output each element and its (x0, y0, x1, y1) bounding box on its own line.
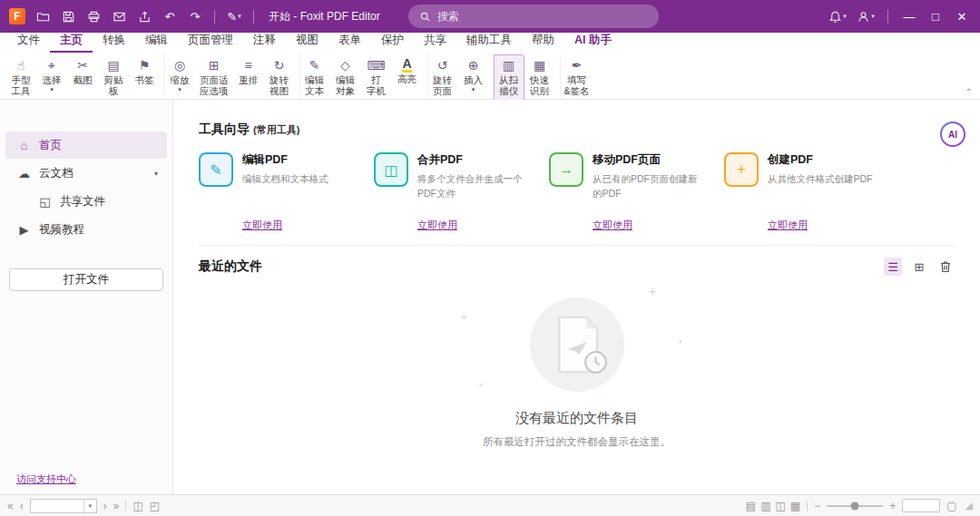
menu-tab[interactable]: 转换 (93, 31, 135, 53)
open-folder-icon[interactable] (33, 6, 53, 26)
ribbon-tool[interactable]: ☝ 手型 工具 (5, 54, 36, 99)
open-file-button[interactable]: 打开文件 (9, 268, 163, 291)
list-view-button[interactable]: ☰ (884, 258, 902, 276)
tool-card[interactable]: → 移动PDF页面 从已有的PDF页面创建新的PDF 立即使用 (549, 152, 724, 232)
menu-tab[interactable]: 注释 (243, 31, 286, 53)
ribbon-tool[interactable]: ◇ 编辑 对象 ▾ (330, 54, 361, 106)
resize-grip[interactable]: ◢ (965, 500, 973, 511)
ribbon-tool-icon: ☝ (17, 57, 25, 73)
sidebar-item[interactable]: ⌂ 首页 (5, 131, 167, 159)
support-center-link[interactable]: 访问支持中心 (16, 472, 76, 486)
sidebar-item[interactable]: ◱ 共享文件 (5, 188, 167, 215)
titlebar-separator (253, 10, 254, 24)
zoom-in-button[interactable]: + (889, 501, 896, 511)
previous-view-icon[interactable]: ◫ (132, 501, 142, 511)
maximize-button[interactable]: □ (926, 10, 945, 24)
book-view-icon[interactable]: ▦ (790, 500, 800, 512)
menu-tab[interactable]: 保护 (371, 31, 414, 53)
ai-assistant-button[interactable]: AI (940, 122, 965, 147)
menu-tab[interactable]: 表单 (328, 31, 371, 53)
menu-tab[interactable]: 文件 (7, 31, 50, 53)
facing-view-icon[interactable]: ◫ (775, 500, 785, 512)
zoom-slider[interactable] (827, 505, 883, 507)
undo-icon[interactable]: ↶ (160, 6, 180, 26)
redo-icon[interactable]: ↷ (185, 6, 205, 26)
menu-tab[interactable]: 帮助 (522, 31, 564, 53)
ribbon-tool-icon: ⊕ (468, 57, 479, 73)
fit-page-button[interactable]: ▢ (946, 501, 956, 511)
recent-files-title: 最近的文件 (199, 258, 262, 275)
tool-card[interactable]: + 创建PDF 从其他文件格式创建PDF 立即使用 (724, 152, 899, 232)
ribbon-tool[interactable]: ↺ 旋转 页面 ▾ (427, 54, 458, 106)
close-button[interactable]: ✕ (953, 10, 971, 24)
minimize-button[interactable]: — (900, 10, 918, 24)
chevron-down-icon: ▾ (843, 13, 847, 20)
use-now-link[interactable]: 立即使用 (242, 219, 351, 232)
continuous-view-icon[interactable]: ▥ (760, 500, 770, 512)
search-input[interactable] (437, 10, 628, 23)
previous-page-button[interactable]: ‹ (20, 501, 24, 511)
chevron-down-icon[interactable]: ▾ (83, 500, 96, 512)
ribbon-tool[interactable]: ▦ 快速 识别 (524, 54, 555, 99)
notifications-button[interactable]: ▾ (828, 6, 848, 26)
ribbon-tool[interactable]: ⌨ 打 字机 (361, 54, 392, 99)
ribbon-tool[interactable]: ▥ 从扫 描仪 ▾ (494, 54, 524, 106)
share-icon[interactable] (134, 6, 154, 26)
zoom-out-button[interactable]: − (814, 501, 820, 511)
ribbon-tool[interactable]: ✒ 填写 &签名 (560, 54, 594, 99)
print-icon[interactable] (83, 6, 103, 26)
grid-view-button[interactable]: ⊞ (910, 258, 928, 276)
first-page-button[interactable]: « (7, 501, 14, 511)
ribbon-tool[interactable]: A 高亮 (392, 54, 423, 86)
email-icon[interactable] (109, 6, 129, 26)
ribbon-tool-icon: ↺ (437, 57, 448, 73)
menu-tab[interactable]: 视图 (286, 31, 328, 53)
sidebar-item[interactable]: ▶ 视频教程 (5, 216, 167, 243)
ribbon-tool[interactable]: ≡ 重排 (233, 54, 264, 87)
save-icon[interactable] (58, 6, 78, 26)
tool-card[interactable]: ◫ 合并PDF 将多个文件合并生成一个PDF文件 立即使用 (374, 152, 549, 232)
next-page-button[interactable]: › (103, 501, 107, 511)
zoom-slider-knob[interactable] (851, 501, 859, 510)
ribbon-tool-label: 缩放 (171, 74, 190, 85)
last-page-button[interactable]: » (113, 501, 120, 511)
chevron-down-icon: ▾ (238, 13, 241, 20)
single-page-view-icon[interactable]: ▤ (746, 500, 756, 512)
pen-tool-button[interactable]: ✎ ▾ (224, 6, 244, 26)
account-button[interactable]: ▾ (856, 6, 876, 26)
menu-tab[interactable]: AI 助手 (564, 31, 622, 53)
tool-card-title: 合并PDF (417, 152, 526, 168)
clear-recent-button[interactable] (936, 258, 955, 276)
menu-tab[interactable]: 辅助工具 (456, 31, 522, 53)
sparkle-icon: • (679, 337, 681, 346)
ribbon-tool[interactable]: ⊕ 插入 ▾ (458, 54, 489, 94)
tool-card-title: 编辑PDF (242, 152, 351, 168)
ribbon-tool-label: 书签 (135, 74, 154, 85)
zoom-percent-input[interactable] (903, 501, 939, 512)
page-number-input[interactable] (31, 501, 83, 511)
menu-tab[interactable]: 主页 (50, 31, 93, 53)
sidebar-item[interactable]: ☁ 云文档 ▾ (5, 160, 167, 187)
ribbon-tool[interactable]: ⊞ 页面适 应选项 ▾ (195, 54, 233, 106)
ribbon-tool[interactable]: ✎ 编辑 文本 (299, 54, 330, 99)
next-view-icon[interactable]: ◰ (150, 501, 160, 511)
sparkle-icon: + (649, 283, 657, 298)
ribbon-tool[interactable]: ▤ 剪贴 板 ▾ (98, 54, 129, 106)
ribbon-tool[interactable]: ⚑ 书签 (129, 54, 160, 87)
use-now-link[interactable]: 立即使用 (417, 219, 526, 232)
chevron-down-icon: ▾ (50, 86, 54, 92)
ribbon-tool[interactable]: ◎ 缩放 ▾ (164, 54, 195, 94)
tool-card[interactable]: ✎ 编辑PDF 编辑文档和文本格式 立即使用 (199, 152, 374, 232)
ribbon-tool[interactable]: ✂ 截图 (67, 54, 98, 87)
use-now-link[interactable]: 立即使用 (768, 219, 877, 232)
ribbon-tool[interactable]: ↻ 旋转 视图 ▾ (264, 54, 295, 106)
menu-tab[interactable]: 编辑 (135, 31, 178, 53)
page-number-box: ▾ (30, 499, 97, 513)
menu-tab[interactable]: 页面管理 (178, 31, 243, 53)
use-now-link[interactable]: 立即使用 (593, 219, 701, 232)
global-search[interactable] (408, 5, 659, 28)
statusbar-separator (125, 501, 126, 511)
sidebar-item-label: 视频教程 (39, 222, 84, 238)
menu-tab[interactable]: 共享 (414, 31, 456, 53)
ribbon-tool[interactable]: ⌖ 选择 ▾ (36, 54, 67, 94)
